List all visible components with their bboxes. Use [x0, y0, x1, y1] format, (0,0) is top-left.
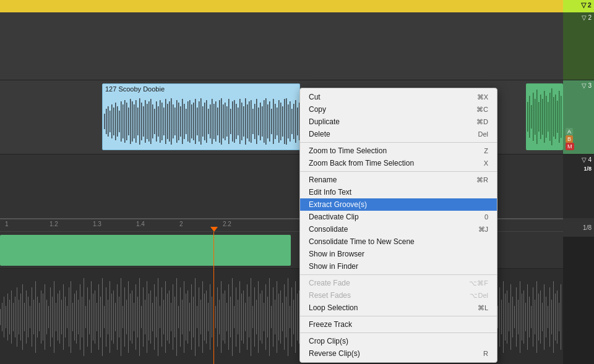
svg-rect-73 [238, 108, 239, 135]
svg-rect-234 [199, 287, 199, 347]
svg-rect-284 [291, 287, 292, 347]
svg-rect-60 [213, 104, 215, 139]
svg-rect-276 [277, 281, 277, 353]
menu-item-label-loop_selection: Loop Selection [309, 303, 358, 312]
svg-rect-11 [123, 104, 124, 138]
right-track-1: ▽ 2 [563, 12, 594, 80]
menu-item-label-freeze_track: Freeze Track [309, 320, 352, 329]
svg-rect-114 [540, 95, 541, 139]
svg-rect-162 [65, 297, 66, 337]
menu-item-rename[interactable]: Rename⌘R [300, 174, 497, 186]
svg-rect-397 [501, 300, 502, 334]
menu-item-extract_groove[interactable]: Extract Groove(s) [300, 198, 497, 211]
svg-rect-206 [147, 281, 147, 353]
svg-rect-164 [69, 287, 69, 347]
svg-rect-275 [275, 300, 275, 334]
arr-clip-1[interactable] [0, 235, 291, 266]
svg-rect-74 [239, 99, 241, 144]
svg-rect-12 [124, 100, 126, 143]
svg-rect-281 [286, 297, 286, 337]
svg-rect-224 [180, 287, 181, 347]
svg-rect-165 [71, 281, 71, 353]
svg-rect-79 [249, 101, 250, 142]
svg-rect-243 [215, 306, 216, 328]
menu-item-show_finder[interactable]: Show in Finder [300, 260, 497, 273]
svg-rect-423 [549, 287, 550, 347]
menu-item-shortcut-zoom_back: X [484, 159, 488, 167]
svg-rect-271 [267, 297, 268, 337]
svg-rect-67 [226, 106, 228, 137]
svg-rect-41 [178, 103, 179, 140]
svg-rect-135 [15, 297, 15, 337]
clip-scooby-doobie[interactable]: 127 Scooby Doobie [102, 83, 300, 150]
svg-rect-138 [20, 294, 21, 341]
svg-rect-246 [221, 281, 222, 353]
svg-rect-63 [219, 100, 220, 143]
svg-rect-185 [108, 300, 108, 334]
svg-rect-49 [193, 103, 194, 140]
menu-item-consolidate[interactable]: Consolidate⌘J [300, 223, 497, 235]
menu-item-deactivate[interactable]: Deactivate Clip0 [300, 211, 497, 223]
svg-rect-125 [561, 96, 562, 138]
menu-item-freeze_track[interactable]: Freeze Track [300, 318, 497, 331]
menu-item-copy[interactable]: Copy⌘C [300, 103, 497, 116]
menu-item-consolidate_scene[interactable]: Consolidate Time to New Scene [300, 235, 497, 248]
menu-item-cut[interactable]: Cut⌘X [300, 91, 497, 103]
svg-rect-169 [78, 300, 79, 334]
menu-item-edit_info[interactable]: Edit Info Text [300, 186, 497, 198]
svg-rect-72 [236, 104, 237, 139]
svg-rect-110 [533, 93, 534, 141]
svg-rect-396 [499, 287, 500, 347]
svg-rect-181 [100, 297, 101, 337]
menu-item-label-show_browser: Show in Browser [309, 250, 364, 258]
menu-item-crop_clips[interactable]: Crop Clip(s) [300, 335, 497, 347]
svg-rect-428 [559, 303, 559, 331]
svg-rect-236 [202, 281, 203, 353]
svg-rect-84 [258, 108, 259, 135]
svg-rect-27 [152, 104, 153, 138]
svg-rect-39 [174, 108, 176, 135]
svg-rect-118 [548, 102, 549, 132]
svg-rect-214 [161, 287, 162, 347]
svg-rect-399 [505, 294, 506, 341]
svg-rect-51 [197, 108, 198, 135]
svg-rect-48 [191, 104, 192, 138]
svg-rect-222 [176, 278, 177, 356]
arr-marker-1-3: 1.3 [93, 221, 101, 227]
svg-rect-229 [189, 303, 190, 331]
svg-rect-35 [167, 104, 168, 139]
svg-rect-240 [210, 284, 210, 350]
clip-right-track2[interactable] [526, 83, 563, 150]
svg-rect-33 [163, 108, 165, 135]
svg-rect-415 [535, 300, 535, 334]
menu-item-loop_selection[interactable]: Loop Selection⌘L [300, 302, 497, 314]
menu-item-duplicate[interactable]: Duplicate⌘D [300, 116, 497, 128]
menu-item-label-deactivate: Deactivate Clip [309, 213, 359, 221]
menu-item-zoom_to[interactable]: Zoom to Time SelectionZ [300, 145, 497, 157]
svg-rect-130 [6, 306, 6, 328]
svg-rect-174 [87, 287, 88, 347]
svg-rect-210 [154, 284, 155, 350]
menu-item-zoom_back[interactable]: Zoom Back from Time SelectionX [300, 157, 497, 169]
svg-rect-421 [546, 297, 546, 337]
svg-rect-128 [2, 303, 2, 331]
menu-item-label-consolidate_scene: Consolidate Time to New Scene [309, 237, 415, 246]
svg-rect-158 [58, 294, 58, 341]
svg-rect-220 [173, 284, 173, 350]
svg-rect-16 [132, 101, 133, 142]
svg-rect-139 [22, 284, 23, 350]
svg-rect-239 [208, 303, 209, 331]
menu-item-shortcut-reverse_clips: R [483, 350, 488, 357]
menu-item-reverse_clips[interactable]: Reverse Clip(s)R [300, 347, 497, 360]
menu-item-delete[interactable]: DeleteDel [300, 128, 497, 140]
svg-rect-260 [247, 284, 248, 350]
svg-rect-140 [24, 303, 25, 331]
arr-marker-1-2: 1.2 [50, 221, 58, 227]
svg-rect-270 [265, 284, 266, 350]
svg-rect-252 [232, 278, 233, 356]
menu-item-show_browser[interactable]: Show in Browser [300, 248, 497, 260]
svg-rect-123 [557, 101, 558, 133]
svg-rect-277 [278, 294, 279, 341]
menu-item-label-show_finder: Show in Finder [309, 262, 358, 271]
svg-rect-244 [217, 287, 218, 347]
